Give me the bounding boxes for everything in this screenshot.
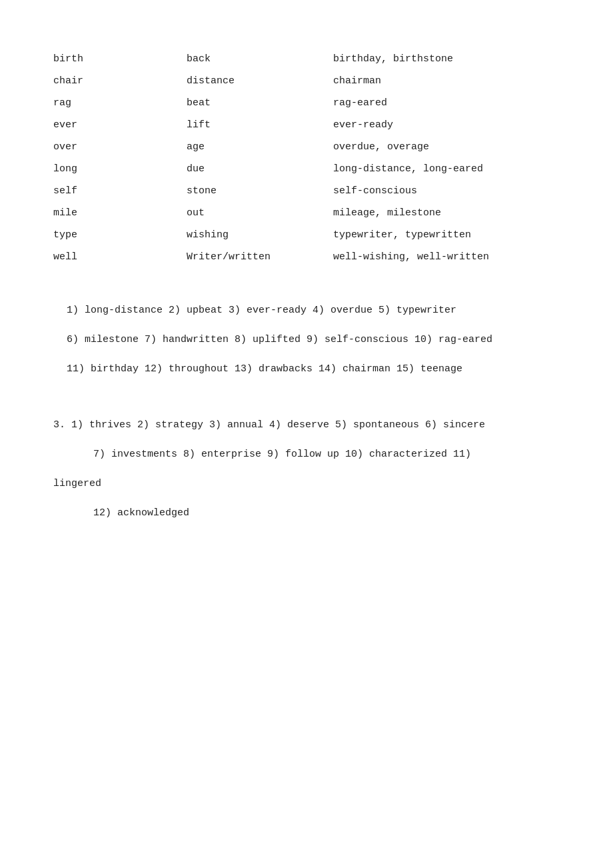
col2-cell: age (187, 141, 333, 153)
section-three-third-line: lingered (53, 476, 560, 492)
col1-cell: self (53, 185, 187, 197)
list-line: 11) birthday 12) throughout 13) drawback… (67, 361, 560, 377)
step-two-section: 1) long-distance 2) upbeat 3) ever-ready… (53, 303, 560, 377)
col1-cell: chair (53, 75, 187, 87)
col3-cell: well-wishing, well-written (333, 251, 560, 263)
table-row: overageoverdue, overage (53, 141, 560, 153)
col1-cell: mile (53, 207, 187, 219)
list-line: 6) milestone 7) handwritten 8) uplifted … (67, 332, 560, 348)
section-three-second-line: 7) investments 8) enterprise 9) follow u… (93, 447, 560, 463)
col1-cell: rag (53, 97, 187, 109)
col3-cell: overdue, overage (333, 141, 560, 153)
col1-cell: ever (53, 119, 187, 131)
table-row: chairdistancechairman (53, 75, 560, 87)
col2-cell: distance (187, 75, 333, 87)
table-row: ragbeatrag-eared (53, 97, 560, 109)
table-row: selfstoneself-conscious (53, 185, 560, 197)
section-three: 3. 1) thrives 2) strategy 3) annual 4) d… (53, 417, 560, 521)
col3-cell: typewriter, typewritten (333, 229, 560, 241)
table-row: wellWriter/writtenwell-wishing, well-wri… (53, 251, 560, 263)
section-three-fourth-line: 12) acknowledged (93, 505, 560, 521)
word-table: birthbackbirthday, birthstonechairdistan… (53, 53, 560, 263)
col3-cell: self-conscious (333, 185, 560, 197)
list-line: 1) long-distance 2) upbeat 3) ever-ready… (67, 303, 560, 319)
col3-cell: mileage, milestone (333, 207, 560, 219)
table-row: birthbackbirthday, birthstone (53, 53, 560, 65)
col3-cell: ever-ready (333, 119, 560, 131)
col3-cell: rag-eared (333, 97, 560, 109)
col3-cell: long-distance, long-eared (333, 163, 560, 175)
col2-cell: lift (187, 119, 333, 131)
col2-cell: due (187, 163, 333, 175)
col1-cell: type (53, 229, 187, 241)
col2-cell: out (187, 207, 333, 219)
col2-cell: wishing (187, 229, 333, 241)
step-two-list: 1) long-distance 2) upbeat 3) ever-ready… (67, 303, 560, 377)
col1-cell: long (53, 163, 187, 175)
section-three-first-line: 3. 1) thrives 2) strategy 3) annual 4) d… (53, 417, 560, 433)
col3-cell: chairman (333, 75, 560, 87)
col1-cell: well (53, 251, 187, 263)
col2-cell: Writer/written (187, 251, 333, 263)
table-row: longduelong-distance, long-eared (53, 163, 560, 175)
col2-cell: beat (187, 97, 333, 109)
table-row: mileoutmileage, milestone (53, 207, 560, 219)
table-row: typewishingtypewriter, typewritten (53, 229, 560, 241)
col3-cell: birthday, birthstone (333, 53, 560, 65)
col2-cell: stone (187, 185, 333, 197)
col1-cell: birth (53, 53, 187, 65)
table-row: everliftever-ready (53, 119, 560, 131)
col1-cell: over (53, 141, 187, 153)
col2-cell: back (187, 53, 333, 65)
